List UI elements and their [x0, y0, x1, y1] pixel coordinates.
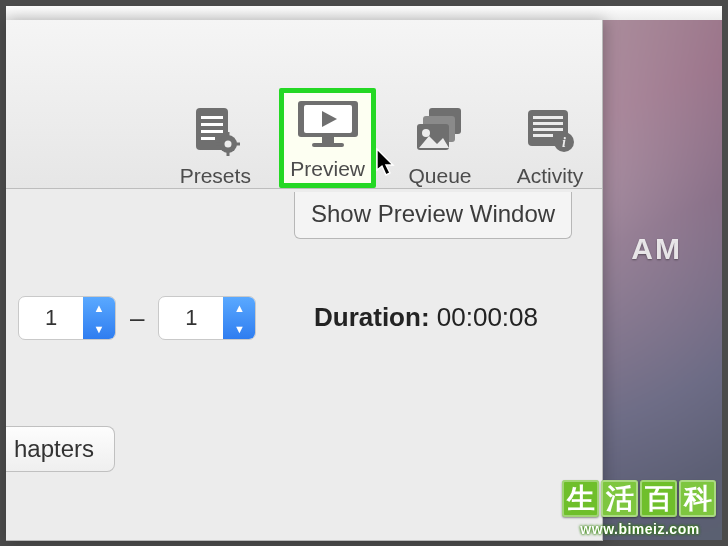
chevron-up-icon[interactable]: ▲ — [83, 297, 115, 318]
svg-point-27 — [422, 129, 430, 137]
to-stepper[interactable]: 1 ▲ ▼ — [158, 296, 256, 340]
from-stepper[interactable]: 1 ▲ ▼ — [18, 296, 116, 340]
chevron-down-icon[interactable]: ▼ — [83, 318, 115, 339]
svg-rect-22 — [322, 137, 334, 143]
watermark-logo: 生 活 百 科 www.bimeiz.com — [562, 480, 718, 536]
chapters-label: hapters — [14, 435, 94, 462]
clock-ampm: AM — [631, 234, 682, 264]
svg-rect-23 — [312, 143, 344, 147]
preview-button[interactable]: Preview — [279, 88, 376, 188]
duration-value: 00:00:08 — [437, 302, 538, 332]
svg-rect-14 — [300, 112, 303, 115]
svg-point-6 — [225, 141, 232, 148]
svg-text:i: i — [562, 135, 566, 150]
app-window: Presets — [6, 20, 603, 541]
svg-rect-7 — [227, 132, 230, 137]
watermark-char-1: 生 — [562, 480, 599, 517]
svg-rect-17 — [353, 106, 356, 109]
chapter-range-row: 1 ▲ ▼ – 1 ▲ ▼ — [18, 296, 256, 340]
svg-rect-32 — [533, 128, 563, 131]
svg-rect-20 — [353, 124, 356, 127]
watermark-char-2: 活 — [601, 480, 638, 517]
presets-button[interactable]: Presets — [169, 104, 261, 188]
svg-rect-8 — [227, 151, 230, 156]
watermark-url: www.bimeiz.com — [562, 522, 718, 536]
watermark-char-3: 百 — [640, 480, 677, 517]
preview-icon — [292, 97, 364, 151]
svg-rect-13 — [300, 106, 303, 109]
svg-rect-10 — [235, 143, 240, 146]
mouse-cursor-icon — [376, 148, 398, 178]
duration-row: Duration: 00:00:08 — [314, 302, 538, 333]
from-value: 1 — [19, 305, 83, 331]
range-separator: – — [130, 303, 144, 334]
svg-rect-9 — [216, 143, 221, 146]
svg-rect-30 — [533, 116, 563, 119]
activity-button[interactable]: i Activity — [504, 104, 596, 188]
queue-button[interactable]: Queue — [394, 104, 486, 188]
from-stepper-buttons[interactable]: ▲ ▼ — [83, 297, 115, 339]
to-stepper-buttons[interactable]: ▲ ▼ — [223, 297, 255, 339]
queue-icon — [411, 104, 469, 158]
svg-rect-16 — [300, 124, 303, 127]
svg-rect-2 — [201, 123, 223, 126]
chevron-down-icon[interactable]: ▼ — [223, 318, 255, 339]
duration-label: Duration: — [314, 302, 430, 332]
svg-rect-18 — [353, 112, 356, 115]
to-value: 1 — [159, 305, 223, 331]
preview-label: Preview — [290, 157, 365, 181]
chapters-tab[interactable]: hapters — [6, 426, 115, 472]
menu-bar — [6, 6, 722, 20]
activity-icon: i — [521, 104, 579, 158]
watermark-char-4: 科 — [679, 480, 716, 517]
svg-rect-15 — [300, 118, 303, 121]
svg-rect-4 — [201, 137, 215, 140]
chevron-up-icon[interactable]: ▲ — [223, 297, 255, 318]
window-body: 1 ▲ ▼ – 1 ▲ ▼ Duration: 00:00:08 hapters — [6, 188, 602, 540]
presets-icon — [186, 104, 244, 158]
svg-rect-19 — [353, 118, 356, 121]
svg-rect-33 — [533, 134, 553, 137]
presets-label: Presets — [180, 164, 251, 188]
svg-rect-3 — [201, 130, 223, 133]
svg-rect-1 — [201, 116, 223, 119]
queue-label: Queue — [408, 164, 471, 188]
svg-rect-31 — [533, 122, 563, 125]
activity-label: Activity — [517, 164, 584, 188]
svg-marker-36 — [377, 149, 393, 175]
toolbar: Presets — [6, 20, 602, 189]
